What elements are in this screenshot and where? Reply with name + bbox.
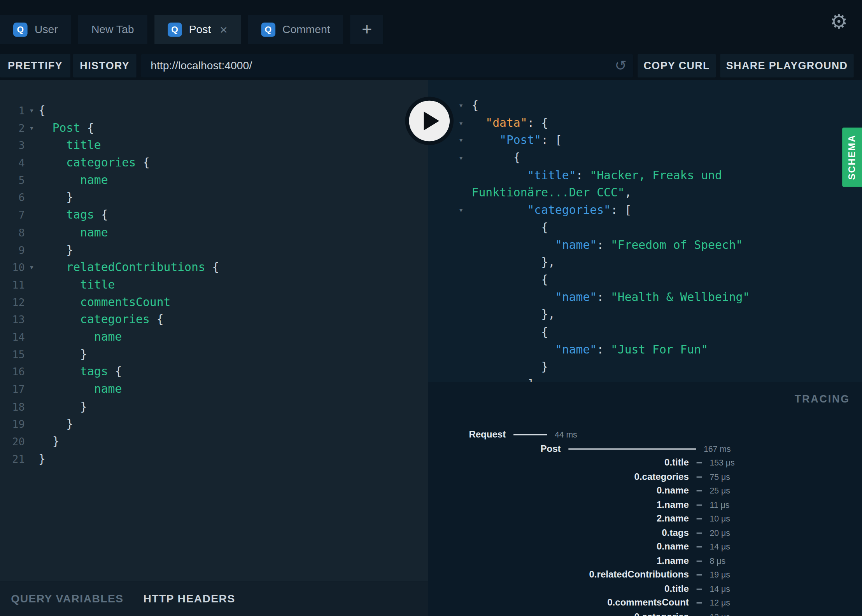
share-playground-button[interactable]: SHARE PLAYGROUND — [720, 54, 853, 77]
code-token: } — [66, 191, 73, 204]
trace-duration-bar — [697, 504, 702, 506]
trace-duration-bar — [697, 462, 702, 464]
response-line: ] — [459, 376, 862, 382]
code-token: "categories" — [527, 203, 610, 217]
caret-slot — [25, 364, 39, 381]
fold-caret-icon[interactable]: ▾ — [25, 102, 39, 120]
query-badge-icon: Q — [261, 22, 275, 37]
query-line: 13categories { — [0, 311, 428, 329]
response-code: "Post": [ — [472, 132, 562, 150]
trace-duration-bar — [697, 602, 702, 604]
trace-duration-bar — [697, 546, 702, 548]
caret-slot — [25, 224, 39, 242]
tab-comment[interactable]: Q Comment — [248, 15, 343, 44]
response-line: }, — [459, 306, 862, 324]
query-editor-lines: 1▾{2▾Post {3title4categories {5name6}7ta… — [0, 102, 428, 468]
tab-post[interactable]: Q Post × — [154, 15, 241, 44]
query-code: tags { — [39, 364, 122, 381]
tab-user[interactable]: Q User — [0, 15, 71, 44]
fold-caret-icon[interactable]: ▾ — [459, 132, 472, 150]
reload-schema-icon[interactable]: ↺ — [608, 57, 633, 74]
trace-duration-bar — [697, 490, 702, 492]
query-variables-tab[interactable]: QUERY VARIABLES — [11, 592, 123, 605]
query-code: tags { — [39, 207, 108, 224]
tabs: Q User New Tab Q Post × Q Comment + — [0, 15, 384, 44]
trace-duration-bar — [697, 518, 702, 520]
code-token: { — [541, 326, 548, 339]
query-badge-icon: Q — [168, 22, 182, 37]
add-tab-button[interactable]: + — [350, 15, 384, 44]
code-token: } — [80, 348, 87, 361]
trace-row: Post167 ms — [428, 442, 862, 456]
query-line: 20} — [0, 433, 428, 451]
caret-slot — [459, 184, 472, 202]
prettify-button[interactable]: PRETTIFY — [0, 54, 70, 77]
code-token: name — [94, 383, 122, 396]
endpoint-url-bar: ↺ — [141, 54, 633, 77]
code-token: }, — [541, 308, 555, 321]
query-line: 8name — [0, 224, 428, 242]
response-lines: ▾{▾"data": {▾"Post": [▾{"title": "Hacker… — [459, 97, 862, 382]
trace-label: 0.tags — [428, 526, 689, 540]
code-token: "name" — [555, 290, 597, 304]
tab-new-tab[interactable]: New Tab — [78, 15, 147, 44]
settings-gear-icon[interactable]: ⚙ — [830, 12, 848, 32]
trace-duration-bar — [697, 560, 702, 562]
trace-duration-value: 10 μs — [710, 512, 730, 526]
trace-label: 1.name — [428, 554, 689, 568]
caret-slot — [25, 416, 39, 433]
trace-label: Post — [428, 442, 561, 456]
close-icon[interactable]: × — [220, 23, 228, 36]
fold-caret-icon[interactable]: ▾ — [459, 202, 472, 219]
caret-slot — [25, 172, 39, 189]
response-code: { — [472, 324, 548, 341]
trace-row: 0.commentsCount12 μs — [428, 596, 862, 610]
response-code: }, — [472, 306, 555, 324]
code-token: } — [66, 243, 73, 256]
line-number: 4 — [0, 154, 25, 172]
trace-duration-bar — [697, 476, 702, 478]
line-number: 2 — [0, 120, 25, 137]
code-token: { — [80, 121, 94, 135]
response-code: { — [472, 219, 548, 237]
fold-caret-icon[interactable]: ▾ — [25, 259, 39, 276]
trace-duration-value: 153 μs — [710, 456, 735, 470]
response-line: ▾"data": { — [459, 115, 862, 132]
response-code: "name": "Health & Wellbeing" — [472, 289, 750, 306]
history-button[interactable]: HISTORY — [73, 54, 137, 77]
response-viewer: ▾{▾"data": {▾"Post": [▾{"title": "Hacker… — [428, 80, 862, 382]
response-line: { — [459, 219, 862, 237]
schema-side-tab[interactable]: SCHEMA — [842, 128, 862, 187]
line-number: 8 — [0, 224, 25, 242]
endpoint-url-input[interactable] — [141, 60, 608, 72]
line-number: 13 — [0, 311, 25, 329]
query-editor[interactable]: 1▾{2▾Post {3title4categories {5name6}7ta… — [0, 80, 428, 581]
fold-caret-icon[interactable]: ▾ — [459, 115, 472, 132]
response-line: "name": "Health & Wellbeing" — [459, 289, 862, 306]
code-token: { — [541, 221, 548, 234]
editor-footer: QUERY VARIABLES HTTP HEADERS — [0, 581, 428, 616]
line-number: 18 — [0, 398, 25, 416]
trace-label: Request — [428, 428, 506, 442]
copy-curl-button[interactable]: COPY CURL — [638, 54, 716, 77]
query-code: title — [39, 137, 101, 154]
caret-slot — [25, 398, 39, 416]
trace-duration-value: 44 ms — [555, 428, 577, 442]
http-headers-tab[interactable]: HTTP HEADERS — [143, 592, 235, 605]
fold-caret-icon[interactable]: ▾ — [459, 149, 472, 167]
query-code: } — [39, 189, 73, 207]
code-token: } — [53, 435, 60, 448]
code-token: commentsCount — [80, 296, 170, 309]
code-token: } — [66, 417, 73, 430]
code-token: : [ — [541, 134, 562, 147]
code-token: title — [80, 278, 115, 291]
query-line: 7tags { — [0, 207, 428, 224]
fold-caret-icon[interactable]: ▾ — [25, 120, 39, 137]
execute-button[interactable] — [405, 97, 454, 145]
response-line: { — [459, 324, 862, 341]
response-line: "name": "Just For Fun" — [459, 341, 862, 359]
code-token: } — [541, 360, 548, 373]
trace-duration-bar — [697, 588, 702, 590]
fold-caret-icon[interactable]: ▾ — [459, 97, 472, 115]
line-number: 20 — [0, 433, 25, 451]
